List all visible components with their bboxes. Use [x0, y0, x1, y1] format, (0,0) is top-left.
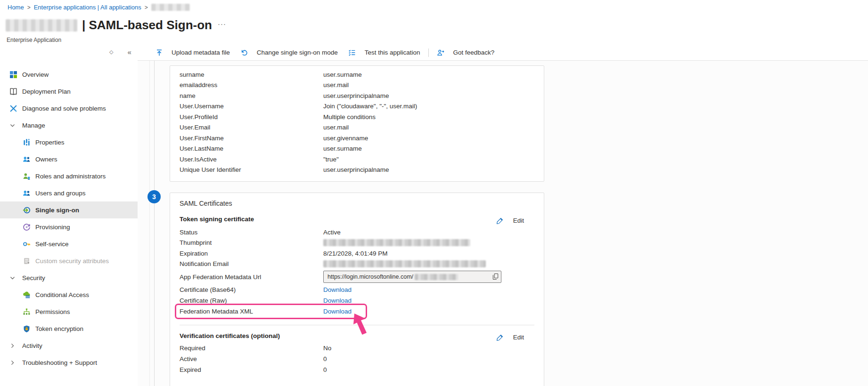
- nav-label: Owners: [35, 156, 57, 163]
- claim-name: User.FirstName: [170, 135, 323, 142]
- sidebar-item-single-sign-on[interactable]: Single sign-on: [0, 201, 138, 218]
- edit-verification-button[interactable]: Edit: [496, 333, 524, 341]
- test-application-button[interactable]: Test this application: [343, 46, 426, 59]
- claim-value: user.userprincipalname: [323, 166, 389, 173]
- sidebar-item-owners[interactable]: Owners: [0, 151, 138, 168]
- saml-sign-on-page: Home > Enterprise applications | All app…: [0, 0, 868, 386]
- sidebar-item-permissions[interactable]: Permissions: [0, 303, 138, 320]
- field-value: 0: [323, 355, 327, 362]
- edit-label: Edit: [513, 217, 524, 224]
- claim-name: User.Username: [170, 103, 323, 110]
- expiration-row: Expiration 8/21/2028, 4:01:49 PM: [170, 248, 544, 259]
- sidebar-group-activity[interactable]: Activity: [0, 337, 138, 354]
- field-label: Certificate (Raw): [170, 297, 323, 304]
- field-label: Notification Email: [170, 260, 323, 267]
- command-label: Change single sign-on mode: [257, 49, 338, 56]
- download-base64-link[interactable]: Download: [323, 286, 352, 293]
- step-3-badge: 3: [147, 190, 161, 203]
- metadata-url-input[interactable]: https://login.microsoftonline.com/: [323, 271, 501, 283]
- attribute-row: User.Username Join ("cloudaware", "-", u…: [170, 101, 544, 112]
- resize-handle-icon[interactable]: ◇: [109, 49, 113, 55]
- nav-label: Activity: [22, 342, 42, 349]
- attribute-row: Unique User Identifier user.userprincipa…: [170, 165, 544, 176]
- saml-certificates-card: SAML Certificates Token signing certific…: [170, 193, 544, 386]
- diagnose-icon: [9, 105, 17, 113]
- nav-label: Properties: [35, 139, 65, 146]
- sidebar-item-users-and-groups[interactable]: Users and groups: [0, 185, 138, 201]
- nav-label: Token encryption: [35, 325, 83, 332]
- attributes-claims-card: surname user.surname emailaddress user.m…: [170, 65, 544, 182]
- thumbprint-redacted-value: [323, 239, 470, 246]
- pencil-icon: [496, 333, 504, 341]
- deployment-plan-icon: [9, 88, 17, 96]
- sidebar-item-overview[interactable]: Overview: [0, 66, 138, 83]
- single-sign-on-icon: [23, 206, 31, 214]
- owners-icon: [23, 155, 31, 163]
- sidebar-group-security[interactable]: Security: [0, 269, 138, 286]
- copy-icon[interactable]: [492, 273, 499, 280]
- chevron-right-icon: [9, 360, 17, 366]
- sidebar-item-token-encryption[interactable]: Token encryption: [0, 320, 138, 337]
- nav-label: Custom security attributes: [35, 257, 109, 265]
- properties-icon: [23, 138, 31, 146]
- field-label: App Federation Metadata Url: [170, 273, 323, 281]
- metadata-url-redacted: [415, 274, 458, 280]
- collapse-menu-button[interactable]: «: [127, 48, 131, 56]
- required-row: Required No: [170, 343, 544, 354]
- more-options-button[interactable]: ···: [218, 20, 226, 28]
- conditional-access-icon: [23, 291, 31, 299]
- download-federation-metadata-link[interactable]: Download: [323, 308, 352, 315]
- highlight-annotation-arrow: [352, 313, 375, 341]
- sidebar-item-deployment-plan[interactable]: Deployment Plan: [0, 83, 138, 100]
- left-nav-menu: Overview Deployment Plan Diagnose and so…: [0, 60, 138, 386]
- nav-label: Overview: [22, 71, 49, 78]
- edit-label: Edit: [513, 334, 524, 341]
- sidebar-item-conditional-access[interactable]: Conditional Access: [0, 286, 138, 303]
- sidebar-item-roles-and-administrators[interactable]: Roles and administrators: [0, 168, 138, 185]
- pencil-icon: [496, 217, 504, 225]
- download-raw-link[interactable]: Download: [323, 297, 352, 304]
- users-groups-icon: [23, 189, 31, 197]
- page-subtitle: Enterprise Application: [7, 37, 61, 43]
- saml-certificates-title: SAML Certificates: [180, 200, 232, 207]
- attribute-row: User.IsActive "true": [170, 154, 544, 165]
- field-value: Active: [323, 229, 341, 236]
- attribute-row: name user.userprincipalname: [170, 90, 544, 101]
- breadcrumb-enterprise-apps-link[interactable]: Enterprise applications | All applicatio…: [34, 4, 141, 11]
- nav-label: Provisioning: [35, 224, 70, 231]
- self-service-icon: [23, 240, 31, 248]
- sidebar-item-provisioning[interactable]: Provisioning: [0, 218, 138, 235]
- sidebar-item-self-service[interactable]: Self-service: [0, 235, 138, 252]
- claim-name: name: [170, 92, 323, 99]
- claim-name: User.ProfileId: [170, 113, 323, 121]
- field-label: Expiration: [170, 250, 323, 257]
- certificate-base64-row: Certificate (Base64) Download: [170, 284, 544, 295]
- provisioning-icon: [23, 223, 31, 231]
- chevron-down-icon: [9, 122, 17, 129]
- nav-label: Single sign-on: [35, 207, 79, 214]
- sidebar-group-troubleshooting-support[interactable]: Troubleshooting + Support: [0, 354, 138, 371]
- status-row: Status Active: [170, 227, 544, 238]
- claim-name: User.LastName: [170, 145, 323, 152]
- verification-certificates-title: Verification certificates (optional): [180, 332, 280, 339]
- attribute-row: User.LastName user.surname: [170, 144, 544, 154]
- upload-metadata-file-button[interactable]: Upload metadata file: [150, 46, 235, 59]
- field-label: Status: [170, 229, 323, 236]
- permissions-icon: [23, 308, 31, 316]
- field-label: Expired: [170, 366, 323, 373]
- sidebar-item-diagnose-and-solve-problems[interactable]: Diagnose and solve problems: [0, 100, 138, 117]
- got-feedback-button[interactable]: Got feedback?: [432, 46, 500, 59]
- edit-token-signing-button[interactable]: Edit: [496, 217, 524, 225]
- chevron-right-icon: [9, 343, 17, 349]
- checklist-icon: [348, 48, 356, 56]
- breadcrumb-home-link[interactable]: Home: [8, 4, 24, 11]
- claim-value: user.surname: [323, 145, 362, 152]
- nav-label: Manage: [22, 122, 45, 129]
- nav-label: Users and groups: [35, 190, 86, 197]
- sidebar-item-properties[interactable]: Properties: [0, 134, 138, 151]
- change-sso-mode-button[interactable]: Change single sign-on mode: [235, 46, 343, 59]
- federation-metadata-xml-row: Federation Metadata XML Download: [170, 306, 544, 317]
- command-label: Test this application: [365, 49, 420, 56]
- sidebar-group-manage[interactable]: Manage: [0, 117, 138, 134]
- breadcrumb: Home > Enterprise applications | All app…: [8, 4, 190, 11]
